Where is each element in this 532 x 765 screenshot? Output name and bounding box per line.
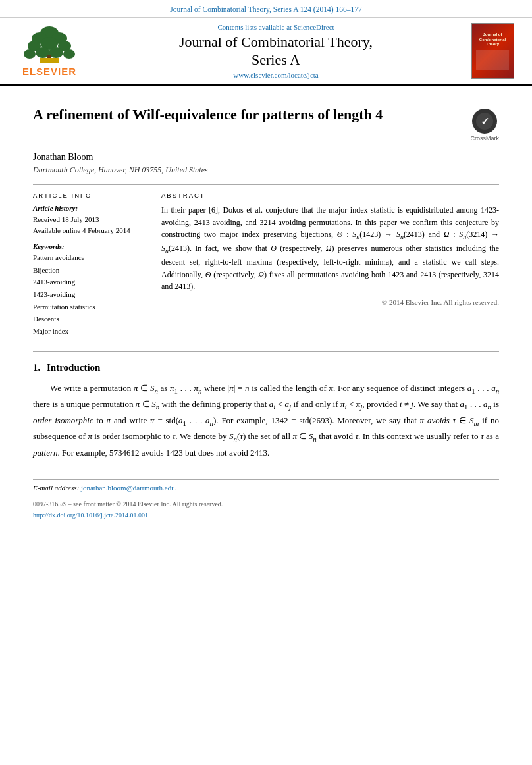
journal-cover: Journal ofCombinatorialTheory [466,23,519,79]
elsevier-wordmark: ELSEVIER [22,66,76,77]
journal-citation-text: Journal of Combinatorial Theory, Series … [170,5,361,13]
svg-text:✓: ✓ [481,116,489,127]
footer-email: E-mail address: jonathan.bloom@dartmouth… [33,484,499,492]
introduction-paragraph-1: We write a permutation π ∈ Sn as π1 . . … [33,381,499,460]
divider-2 [33,351,499,352]
divider-1 [33,184,499,185]
info-abstract-section: ARTICLE INFO Article history: Received 1… [33,192,499,338]
abstract-header: ABSTRACT [161,192,499,199]
keyword-2: Bijection [33,264,148,277]
abstract-copyright: © 2014 Elsevier Inc. All rights reserved… [161,298,499,306]
crossmark-badge: ✓ CrossMark [470,109,499,142]
introduction-title: 1. Introduction [33,362,499,373]
svg-point-6 [24,49,36,59]
article-title: A refinement of Wilf-equivalence for pat… [33,105,383,124]
cover-image: Journal ofCombinatorialTheory [471,23,514,79]
keyword-1: Pattern avoidance [33,251,148,264]
keywords-list: Pattern avoidance Bijection 2413-avoidin… [33,251,148,338]
abstract-column: ABSTRACT In their paper [6], Dokos et al… [161,192,499,338]
footer-bottom: 0097-3165/$ – see front matter © 2014 El… [33,498,499,521]
author-affiliation: Dartmouth College, Hanover, NH 03755, Un… [33,165,499,175]
abstract-text: In their paper [6], Dokos et al. conject… [161,204,499,293]
journal-header-banner: ELSEVIER Contents lists available at Sci… [0,18,532,86]
journal-title-center: Contents lists available at ScienceDirec… [92,23,460,79]
footer-divider [33,479,499,480]
article-title-section: A refinement of Wilf-equivalence for pat… [33,99,499,142]
journal-title-banner: Journal of Combinatorial Theory, Series … [179,34,373,68]
crossmark-icon: ✓ [472,109,497,134]
svg-point-9 [63,49,75,59]
main-content: A refinement of Wilf-equivalence for pat… [0,86,532,534]
journal-url[interactable]: www.elsevier.com/locate/jcta [233,71,318,79]
keyword-3: 2413-avoiding [33,276,148,288]
sciencedirect-link[interactable]: ScienceDirect [294,23,334,31]
article-history-label: Article history: [33,204,148,212]
contents-available-text: Contents lists available at ScienceDirec… [217,23,334,31]
svg-rect-11 [40,58,59,63]
keyword-4: 1423-avoiding [33,288,148,301]
elsevier-logo: ELSEVIER [13,23,86,79]
footer-doi: http://dx.doi.org/10.1016/j.jcta.2014.01… [33,510,499,521]
email-label: E-mail address: [33,484,79,492]
keyword-7: Major index [33,325,148,338]
keyword-5: Permutation statistics [33,301,148,313]
available-date: Available online 4 February 2014 [33,225,148,236]
email-address[interactable]: jonathan.bloom@dartmouth.edu [81,484,175,492]
article-info-column: ARTICLE INFO Article history: Received 1… [33,192,148,338]
keywords-label: Keywords: [33,242,148,250]
crossmark-label: CrossMark [470,135,499,142]
article-info-header: ARTICLE INFO [33,192,148,199]
keyword-6: Descents [33,313,148,325]
received-date: Received 18 July 2013 [33,214,148,225]
doi-link[interactable]: http://dx.doi.org/10.1016/j.jcta.2014.01… [33,512,148,519]
author-name: Jonathan Bloom [33,152,499,163]
journal-citation-header: Journal of Combinatorial Theory, Series … [0,0,532,18]
footer-license: 0097-3165/$ – see front matter © 2014 El… [33,498,499,510]
